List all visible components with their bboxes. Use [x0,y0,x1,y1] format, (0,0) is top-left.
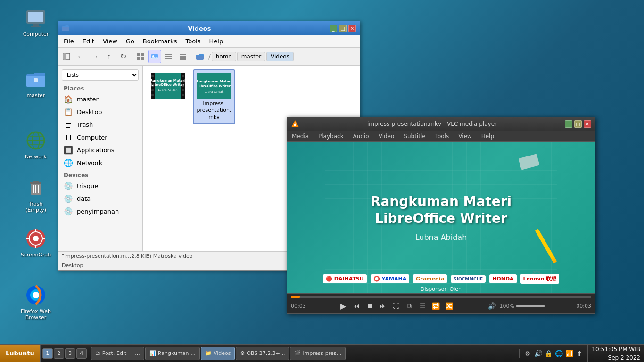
taskbar-app-filemanager[interactable]: 🗂 Post: Edit — ... [91,347,144,360]
taskbar-app-vlc[interactable]: 🎬 impress-pres... [290,347,346,360]
breadcrumb-home[interactable]: home [212,52,236,61]
vlc-playlist-button[interactable]: ☰ [417,300,428,312]
image-view-button[interactable] [148,50,161,63]
list-view-button[interactable] [162,50,175,63]
vlc-icon [291,120,299,128]
vlc-menu-audio[interactable]: Audio [348,132,374,140]
vlc-play-button[interactable]: ▶ [338,300,349,312]
home-icon: 🏠 [64,95,73,104]
status-text: "impress-presentation.m…2,8 KiB) Matrosk… [62,253,192,259]
sidebar-item-applications[interactable]: 🔲 Applications [58,144,142,156]
desktop-icon-screengrab[interactable]: ScreenGrab [17,225,55,260]
svg-text:LibreOffice Writer: LibreOffice Writer [151,83,185,87]
svg-rect-39 [180,54,186,55]
workspace-4[interactable]: 4 [76,348,87,359]
sidebar-item-desktop[interactable]: 📋 Desktop [58,106,142,118]
root-icon[interactable] [192,50,207,63]
file-manager-toolbar: ← → ↑ ↻ / home [58,48,360,66]
vlc-menu-subtitle[interactable]: Subtitle [399,132,430,140]
file-manager-menubar: File Edit View Go Bookmarks Tools Help [58,35,360,48]
menu-edit[interactable]: Edit [79,37,98,46]
desktop-icon-trash[interactable]: Trash (Empty) [17,174,55,215]
sidebar-item-trisquel[interactable]: 💿 trisquel [58,180,142,192]
maximize-button[interactable]: □ [339,25,347,32]
file-item-1[interactable]: Rangkuman Materi LibreOffice Writer Lubn… [147,69,189,124]
vlc-stop-button[interactable]: ⏹ [364,300,375,312]
system-clock[interactable]: 10:51:05 PM WIB Sep 2 2022 [587,344,644,362]
sidebar-item-data[interactable]: 💿 data [58,192,142,205]
vlc-minimize-button[interactable]: _ [565,120,572,128]
desktop-icon-firefox[interactable]: Firefox Web Browser [17,282,55,322]
menu-go[interactable]: Go [122,37,138,46]
menu-view[interactable]: View [99,37,121,46]
vlc-menu-view[interactable]: View [454,132,476,140]
sidebar-view-dropdown[interactable]: Lists Tree [62,69,139,81]
sidebar-item-master[interactable]: 🏠 master [58,93,142,106]
taskbar-app-libreoffice[interactable]: 📊 Rangkuman-... [145,347,200,360]
close-button[interactable]: ✕ [348,25,356,32]
workspace-1[interactable]: 1 [42,348,53,359]
file-manager-titlebar[interactable]: Videos _ □ ✕ [58,21,360,35]
tray-obs[interactable]: ⚙ [523,349,532,358]
sidebar-item-network[interactable]: 🌐 Network [58,156,142,169]
breadcrumb-videos[interactable]: Videos [266,52,294,61]
vlc-titlebar[interactable]: impress-presentation.mkv - VLC media pla… [287,117,595,131]
taskbar-apps: 🗂 Post: Edit — ... 📊 Rangkuman-... 📁 Vid… [89,347,519,360]
sponsor-yamaha: ⭕ YAMAHA [371,274,409,283]
vlc-close-button[interactable]: ✕ [584,120,591,128]
svg-rect-32 [137,57,140,60]
workspace-3[interactable]: 3 [65,348,75,359]
menu-bookmarks[interactable]: Bookmarks [139,37,181,46]
sidebar-item-computer[interactable]: 🖥 Computer [58,131,142,144]
vlc-random-button[interactable]: 🔀 [443,300,454,312]
svg-rect-46 [151,75,154,77]
tray-power[interactable]: 🔒 [544,349,553,358]
svg-point-19 [33,236,39,241]
vlc-video-area[interactable]: ⚙ Rangkuman MateriLibreOffice Writer Lub… [287,142,595,293]
menu-file[interactable]: File [60,37,78,46]
vlc-progress-bar[interactable] [291,296,591,298]
vlc-menu-help[interactable]: Help [477,132,499,140]
toggle-sidebar-button[interactable] [60,50,73,63]
menu-tools[interactable]: Tools [182,37,204,46]
tray-network-tray[interactable]: 🌐 [554,349,563,358]
vlc-prev-button[interactable]: ⏮ [351,300,362,312]
forward-button[interactable]: → [88,50,101,63]
vlc-extended-button[interactable]: ⧉ [404,300,415,312]
sponsor-lenovo: Lenovo 联想 [520,274,559,284]
vlc-loop-button[interactable]: 🔁 [430,300,441,312]
vlc-maximize-button[interactable]: □ [574,120,582,128]
vlc-volume-bar[interactable] [516,305,545,307]
tray-arrow[interactable]: ⬆ [575,349,584,358]
desktop-icon-computer[interactable]: Computer [17,5,55,39]
vlc-mute-button[interactable]: 🔊 [486,300,497,312]
vlc-menu-media[interactable]: Media [287,132,314,140]
compact-view-button[interactable] [176,50,190,63]
taskbar-app-obs[interactable]: ⚙ OBS 27.2.3+... [236,347,289,360]
tray-volume[interactable]: 🔊 [534,349,542,358]
vlc-menu-playback[interactable]: Playback [314,132,348,140]
sidebar-item-penyimpanan[interactable]: 💿 penyimpanan [58,205,142,218]
reload-button[interactable]: ↻ [116,50,130,63]
vlc-menu-tools[interactable]: Tools [430,132,454,140]
desktop-icon-master[interactable]: master [17,66,55,100]
workspace-2[interactable]: 2 [54,348,64,359]
vlc-next-button[interactable]: ⏭ [377,300,388,312]
back-button[interactable]: ← [74,50,87,63]
vlc-menu-video[interactable]: Video [374,132,399,140]
desktop-icon-network[interactable]: Network [17,127,55,162]
svg-rect-2 [33,24,39,26]
file-item-2[interactable]: Rangkuman Materi LibreOffice Writer Lubn… [193,69,235,124]
minimize-button[interactable]: _ [330,25,337,32]
breadcrumb-master[interactable]: master [237,52,265,61]
vlc-fullscreen-button[interactable]: ⛶ [390,300,402,312]
sidebar-item-trash[interactable]: 🗑 Trash [58,118,142,131]
vlc-menubar: Media Playback Audio Video Subtitle Tool… [287,131,595,142]
tray-wifi[interactable]: 📶 [565,349,573,358]
view-select[interactable]: Lists Tree [62,69,139,81]
menu-help[interactable]: Help [206,37,227,46]
grid-view-button[interactable] [134,50,147,63]
start-button[interactable]: Lubuntu [0,345,41,362]
taskbar-app-videos[interactable]: 📁 Videos [201,347,235,360]
up-button[interactable]: ↑ [102,50,116,63]
